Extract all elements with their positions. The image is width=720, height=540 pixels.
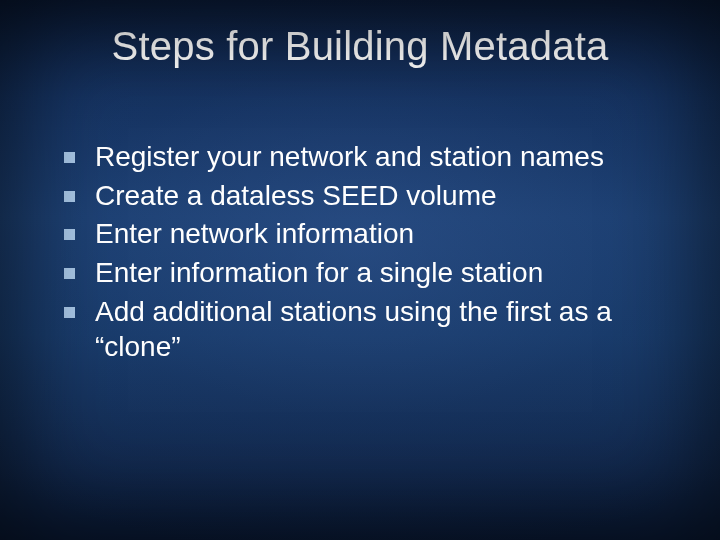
square-bullet-icon (64, 268, 75, 279)
list-item: Add additional stations using the first … (64, 295, 672, 364)
list-item: Enter network information (64, 217, 672, 252)
list-item-text: Create a dataless SEED volume (95, 179, 672, 214)
slide-title: Steps for Building Metadata (0, 24, 720, 69)
list-item-text: Enter network information (95, 217, 672, 252)
list-item-text: Register your network and station names (95, 140, 672, 175)
list-item: Create a dataless SEED volume (64, 179, 672, 214)
list-item-text: Add additional stations using the first … (95, 295, 672, 364)
square-bullet-icon (64, 191, 75, 202)
list-item-text: Enter information for a single station (95, 256, 672, 291)
bullet-list: Register your network and station names … (64, 140, 672, 368)
square-bullet-icon (64, 152, 75, 163)
square-bullet-icon (64, 307, 75, 318)
slide: Steps for Building Metadata Register you… (0, 0, 720, 540)
list-item: Enter information for a single station (64, 256, 672, 291)
list-item: Register your network and station names (64, 140, 672, 175)
square-bullet-icon (64, 229, 75, 240)
